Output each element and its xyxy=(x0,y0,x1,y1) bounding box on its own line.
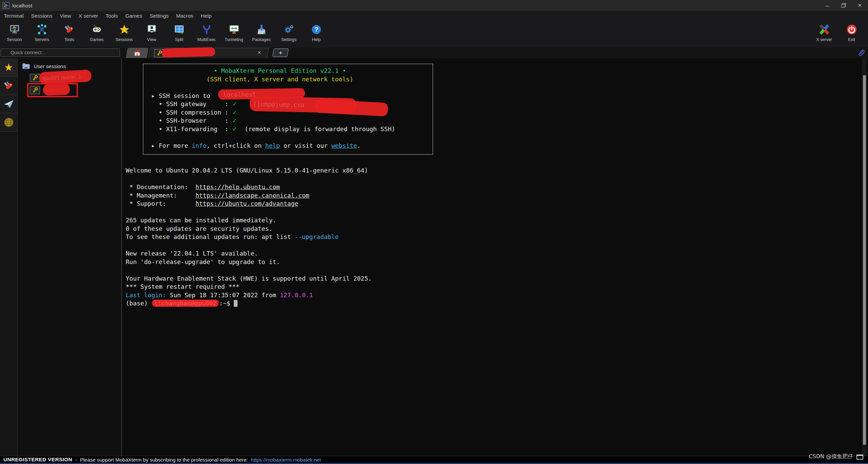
home-tab[interactable] xyxy=(126,48,148,58)
close-button[interactable]: ✕ xyxy=(852,0,868,11)
menu-sessions[interactable]: Sessions xyxy=(27,11,56,21)
terminal-line: (SSH client, X server and network tools) xyxy=(126,75,395,84)
power-icon xyxy=(846,22,857,37)
redaction-blob-tab-title xyxy=(162,47,215,58)
status-message: Please support MobaXterm by subscribing … xyxy=(80,457,248,463)
red-highlight-rectangle xyxy=(27,83,78,97)
globe-icon xyxy=(3,117,15,128)
sidebar-send-plane-button[interactable] xyxy=(0,95,17,113)
restore-button[interactable] xyxy=(835,0,852,11)
sidebar-tools-button[interactable] xyxy=(0,77,17,95)
toolbar-games-button[interactable]: Games xyxy=(83,21,110,47)
packages-icon xyxy=(256,22,267,37)
paper-plane-icon xyxy=(3,98,15,110)
toolbar-sessions-button[interactable]: Sessions xyxy=(110,21,138,47)
toolbar-servers-button[interactable]: Servers xyxy=(28,21,56,47)
terminal-line: Run 'do-release-upgrade' to upgrade to i… xyxy=(126,258,395,266)
toolbar-multiexec-button[interactable]: MultiExec xyxy=(193,21,220,47)
svg-text:?: ? xyxy=(314,26,318,33)
sidebar-icon-strip: ★ xyxy=(0,58,18,456)
x-server-icon xyxy=(818,22,830,37)
servers-network-icon xyxy=(36,22,48,37)
terminal-line: • SSH-browser : ✓ xyxy=(126,117,395,125)
terminal-line xyxy=(126,208,395,217)
terminal-line: 0 of these updates are security updates. xyxy=(126,225,395,233)
toolbar-settings-button[interactable]: Settings xyxy=(275,21,303,47)
window-controls: ✕ xyxy=(819,0,868,11)
terminal-line: • X11-forwarding : ✓ (remote display is … xyxy=(126,125,395,134)
terminal-line: *** System restart required *** xyxy=(126,283,395,291)
toolbar-x-server-button[interactable]: X server xyxy=(810,21,838,47)
star-icon: ★ xyxy=(4,62,13,73)
swiss-knife-icon xyxy=(3,80,15,92)
paperclip-icon[interactable] xyxy=(856,48,867,58)
menu-help[interactable]: Help xyxy=(197,11,215,21)
terminal-line xyxy=(126,133,395,142)
mobaxterm-logo-icon xyxy=(3,2,9,9)
toolbar-right: X serverExit xyxy=(810,21,865,47)
terminal-line xyxy=(126,266,395,275)
menu-tools[interactable]: Tools xyxy=(102,11,122,21)
window-title: localhost xyxy=(12,3,32,8)
gamepad-icon xyxy=(91,22,103,37)
key-icon xyxy=(31,74,39,82)
terminal-line: * Support: https://ubuntu.com/advantage xyxy=(126,200,395,208)
terminal-screen[interactable]: • MobaXterm Personal Edition v22.1 • (SS… xyxy=(122,58,868,456)
new-tab-button[interactable]: + xyxy=(272,48,289,57)
sessions-tree: User sessions localhost xyxy=(18,58,122,456)
terminal-line xyxy=(126,150,395,158)
terminal-line xyxy=(126,158,395,167)
menu-macros[interactable]: Macros xyxy=(172,11,197,21)
terminal-line: New release '22.04.1 LTS' available. xyxy=(126,249,395,258)
toolbar-help-button[interactable]: ?Help xyxy=(303,21,330,47)
menu-view[interactable]: View xyxy=(56,11,75,21)
terminal-line: Your Hardware Enablement Stack (HWE) is … xyxy=(126,275,395,283)
sidebar-network-button[interactable] xyxy=(0,113,17,132)
gear-icon xyxy=(283,22,295,37)
toolbar-tunneling-button[interactable]: Tunneling xyxy=(220,21,248,47)
terminal-line xyxy=(126,241,395,250)
tree-root-user-sessions[interactable]: User sessions xyxy=(21,62,121,70)
tab-bar: 3 ✕ + xyxy=(0,47,868,58)
menu-terminal[interactable]: Terminal xyxy=(0,11,27,21)
toolbar: SessionServersToolsGamesSessionsViewSpli… xyxy=(0,21,868,47)
toolbar-session-button[interactable]: Session xyxy=(1,21,28,47)
menu-x-server[interactable]: X server xyxy=(75,11,102,21)
menu-settings[interactable]: Settings xyxy=(146,11,172,21)
sidebar-favorites-button[interactable]: ★ xyxy=(0,58,17,77)
toolbar-buttons: SessionServersToolsGamesSessionsViewSpli… xyxy=(1,21,330,47)
mobatek-link[interactable]: https://mobaxterm.mobatek.net xyxy=(251,457,321,463)
key-icon-badge xyxy=(30,74,40,82)
tab-close-icon[interactable]: ✕ xyxy=(257,50,261,55)
toolbar-packages-button[interactable]: Packages xyxy=(248,21,275,47)
terminal-line: Last login: Sun Sep 18 17:35:07 2022 fro… xyxy=(126,291,395,300)
star-icon xyxy=(119,22,130,37)
minimize-button[interactable] xyxy=(819,0,835,11)
terminal-line: * Documentation: https://help.ubuntu.com xyxy=(126,183,395,191)
title-bar: localhost ✕ xyxy=(0,0,868,11)
swiss-knife-icon xyxy=(64,22,75,37)
terminal-line xyxy=(126,175,395,183)
menu-games[interactable]: Games xyxy=(122,11,146,21)
csdn-watermark: CSDN @摸鱼肥仔 xyxy=(809,453,853,460)
toolbar-tools-button[interactable]: Tools xyxy=(56,21,83,47)
home-icon xyxy=(133,48,142,57)
toolbar-exit-button[interactable]: Exit xyxy=(838,21,865,47)
corner-window-icon xyxy=(856,455,863,460)
mobaxterm-window: localhost ✕ TerminalSessionsViewX server… xyxy=(0,0,868,464)
tunneling-icon xyxy=(228,22,240,37)
toolbar-view-button[interactable]: View xyxy=(138,21,165,47)
terminal-line: ▸ For more info, ctrl+click on help or v… xyxy=(126,142,395,150)
split-grid-icon xyxy=(173,22,185,37)
menu-bar: TerminalSessionsViewX serverToolsGamesSe… xyxy=(0,11,868,21)
quick-connect-input[interactable] xyxy=(1,48,120,57)
user-view-icon xyxy=(146,22,158,37)
status-separator: - xyxy=(75,457,77,463)
terminal-line: (base) lichanghao@gpu002:~$ xyxy=(126,299,395,308)
terminal-scrollbar-thumb[interactable] xyxy=(863,75,866,445)
session-monitor-icon xyxy=(9,22,20,37)
terminal-line: * Management: https://landscape.canonica… xyxy=(126,191,395,200)
unregistered-label: UNREGISTERED VERSION xyxy=(3,457,72,463)
terminal-line: 265 updates can be installed immediately… xyxy=(126,216,395,225)
toolbar-split-button[interactable]: Split xyxy=(165,21,193,47)
